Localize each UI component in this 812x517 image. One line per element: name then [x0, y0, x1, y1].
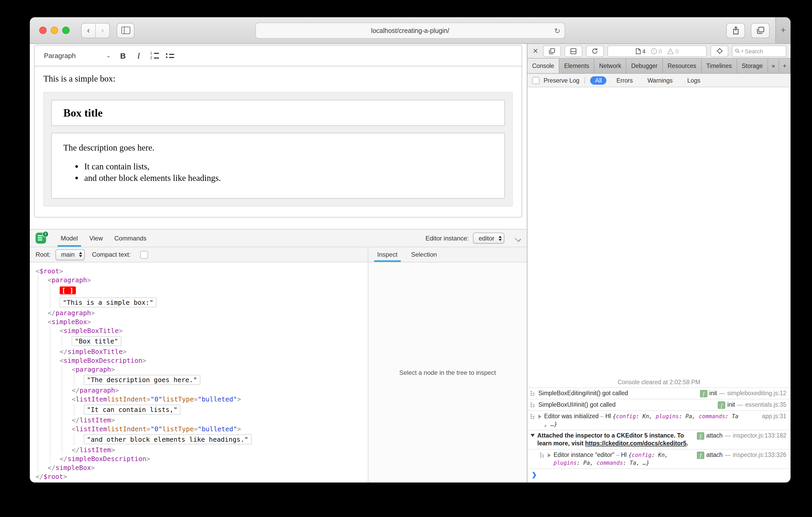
simple-box-title[interactable]: Box title — [51, 100, 505, 126]
close-window-button[interactable] — [39, 27, 47, 34]
tree-element-node[interactable]: </paragraph> — [36, 386, 368, 395]
devtools-tab-timelines[interactable]: Timelines — [702, 59, 737, 73]
compact-text-checkbox[interactable] — [140, 251, 148, 258]
simple-box-description[interactable]: The description goes here. It can contai… — [51, 133, 505, 199]
tree-element-node[interactable]: </simpleBox> — [36, 463, 368, 472]
console-log-row[interactable]: Editor was initialized – Hl {config: Kn,… — [527, 410, 790, 430]
devtools-tab-resources[interactable]: Resources — [663, 59, 702, 73]
devtools-tab-console[interactable]: Console — [527, 59, 559, 73]
reload-page-button[interactable] — [586, 45, 604, 57]
tree-text-node[interactable]: "It can contain lists," — [36, 403, 368, 416]
root-select[interactable]: main — [55, 249, 85, 260]
resource-status-group[interactable]: 4 0 — [607, 45, 707, 57]
inspector-tab-inspect[interactable]: Inspect — [374, 247, 401, 262]
inspector-tab-selection[interactable]: Selection — [408, 247, 440, 262]
tab-overview-button[interactable] — [751, 23, 770, 38]
back-button[interactable]: ‹ — [82, 23, 95, 37]
italic-button[interactable]: I — [131, 48, 146, 63]
sidebar-toggle-button[interactable] — [117, 23, 135, 38]
console-scope-warnings[interactable]: Warnings — [643, 76, 677, 84]
console-link[interactable]: https://ckeditor.com/docs/ckeditor5 — [585, 440, 687, 447]
disclosure-triangle-icon[interactable] — [539, 415, 542, 419]
tree-element-node[interactable]: </$root> — [36, 472, 368, 481]
source-location-link[interactable]: simpleboxediting.js:12 — [727, 390, 786, 397]
add-tab-button[interactable]: + — [779, 59, 790, 73]
tree-text-node[interactable]: "This is a simple box:" — [36, 296, 368, 308]
console-log-row[interactable]: SimpleBoxEditing#init() got calledfinit—… — [527, 387, 790, 399]
editor-content[interactable]: This is a simple box: Box title The desc… — [34, 66, 522, 217]
tree-element-node[interactable]: <simpleBox> — [36, 317, 368, 326]
tree-element-node[interactable]: <simpleBoxDescription> — [36, 356, 368, 365]
tree-element-node[interactable]: <simpleBoxTitle> — [36, 326, 368, 335]
console-scope-all[interactable]: All — [590, 76, 607, 84]
tree-text-node[interactable]: "Box title" — [36, 335, 368, 347]
devtools-tab-network[interactable]: Network — [594, 59, 626, 73]
tree-element-node[interactable]: <paragraph> — [36, 275, 368, 284]
detach-devtools-button[interactable] — [543, 45, 561, 57]
new-tab-button[interactable]: + — [775, 17, 790, 43]
bold-button[interactable]: B — [115, 48, 131, 63]
console-text: Hl — [605, 413, 613, 419]
console-log-row[interactable]: SimpleBoxUI#init() got calledfinit—essen… — [527, 399, 790, 410]
devtools-tab-elements[interactable]: Elements — [559, 59, 594, 73]
console-log-row[interactable]: Editor instance "editor" – Hl {config: K… — [527, 449, 790, 468]
paragraph-style-dropdown[interactable]: Paragraph ⌄ — [40, 48, 115, 63]
element-picker-button[interactable] — [710, 45, 728, 57]
tree-text-node[interactable]: "and other block elements like headings.… — [36, 433, 368, 446]
dock-bottom-button[interactable] — [564, 45, 582, 57]
simple-box-widget[interactable]: Box title The description goes here. It … — [44, 92, 513, 207]
console-scope-errors[interactable]: Errors — [612, 76, 638, 84]
intro-paragraph[interactable]: This is a simple box: — [44, 74, 513, 84]
list-item[interactable]: and other block elements like headings. — [84, 173, 493, 183]
inspector-tab-view[interactable]: View — [86, 230, 106, 247]
list-item[interactable]: It can contain lists, — [84, 161, 493, 172]
close-devtools-button[interactable]: ✕ — [531, 47, 540, 55]
tree-text-node[interactable]: [ ] — [36, 284, 368, 296]
share-button[interactable] — [726, 23, 745, 38]
tree-text-node[interactable]: "The description goes here." — [36, 374, 368, 386]
inspector-tab-commands[interactable]: Commands — [111, 230, 150, 247]
source-location-link[interactable]: inspector.js:133:182 — [733, 432, 786, 439]
tree-element-node[interactable]: <paragraph> — [36, 365, 368, 374]
console-text: plugins — [554, 459, 577, 466]
log-icon — [540, 453, 545, 457]
source-location-link[interactable]: essentials.js:35 — [745, 401, 786, 409]
numbered-list-button[interactable]: 1 2 — [146, 48, 162, 63]
tree-element-node[interactable]: </simpleBoxTitle> — [36, 347, 368, 356]
forward-button[interactable]: › — [95, 23, 109, 37]
source-location-link[interactable]: inspector.js:133:326 — [733, 451, 786, 459]
console-scope-logs[interactable]: Logs — [683, 76, 705, 84]
function-badge-icon: f — [700, 390, 707, 397]
tree-token: > — [87, 318, 91, 326]
console-prompt[interactable]: ❯ — [527, 468, 790, 483]
tree-token: < — [48, 276, 52, 284]
inspector-tab-model[interactable]: Model — [58, 230, 81, 247]
preserve-log-checkbox[interactable] — [532, 77, 540, 84]
tree-element-node[interactable]: </simpleBoxDescription> — [36, 454, 368, 463]
tree-element-node[interactable]: <$root> — [36, 267, 368, 275]
bulleted-list-button[interactable] — [162, 48, 178, 63]
console-text: Editor instance "editor" — [554, 452, 614, 458]
tree-element-node[interactable]: <listItem listIndent="0" listType="bulle… — [36, 424, 368, 433]
more-tabs-button[interactable]: » — [768, 59, 779, 73]
address-bar[interactable]: localhost/creating-a-plugin/ ↻ — [255, 23, 565, 39]
source-location-link[interactable]: app.js:31 — [762, 413, 786, 420]
console-panel: Console cleared at 2:02:58 PM SimpleBoxE… — [527, 87, 790, 483]
reload-icon[interactable]: ↻ — [554, 26, 560, 35]
disclosure-triangle-icon[interactable] — [548, 453, 551, 457]
collapse-inspector-icon[interactable] — [515, 235, 521, 241]
description-paragraph[interactable]: The description goes here. — [63, 143, 493, 153]
editor-instance-select[interactable]: editor — [473, 233, 504, 244]
console-log-row[interactable]: Attached the inspector to a CKEditor 5 i… — [527, 430, 790, 449]
devtools-search-field[interactable]: ▾ Search — [732, 45, 786, 57]
tree-element-node[interactable]: </listItem> — [36, 416, 368, 424]
minimize-window-button[interactable] — [51, 27, 58, 34]
tree-element-node[interactable]: <listItem listIndent="0" listType="bulle… — [36, 395, 368, 403]
devtools-tab-storage[interactable]: Storage — [737, 59, 768, 73]
zoom-window-button[interactable] — [62, 27, 69, 34]
tree-element-node[interactable]: </paragraph> — [36, 308, 368, 317]
indent-guide — [50, 284, 60, 296]
disclosure-triangle-icon[interactable] — [530, 434, 535, 437]
tree-element-node[interactable]: </listItem> — [36, 446, 368, 454]
devtools-tab-debugger[interactable]: Debugger — [627, 59, 663, 73]
